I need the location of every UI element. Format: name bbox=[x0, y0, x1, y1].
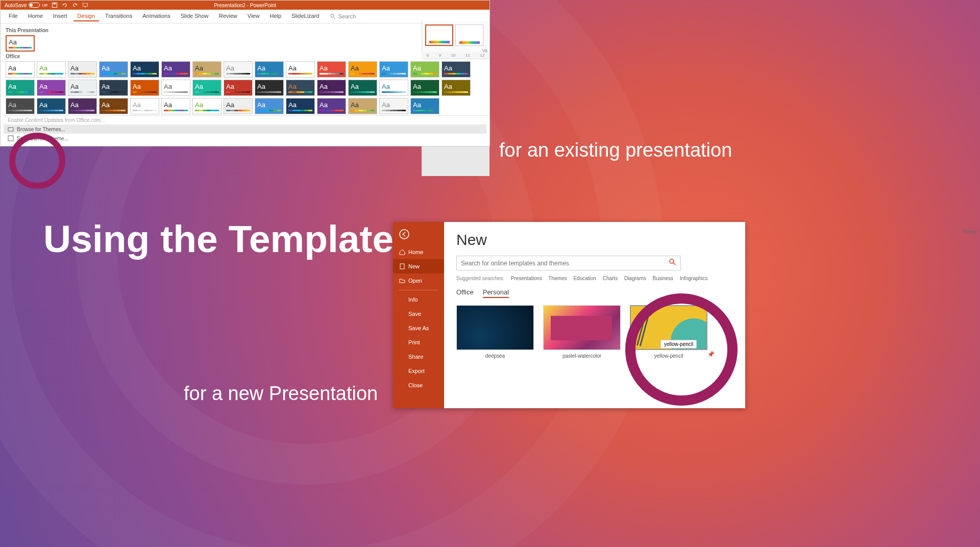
template-search[interactable] bbox=[456, 256, 681, 270]
sidebar-home[interactable]: Home bbox=[393, 245, 444, 259]
suggested-presentations[interactable]: Presentations bbox=[511, 276, 542, 281]
sidebar-save[interactable]: Save bbox=[393, 307, 444, 321]
theme-thumbnail[interactable]: Aa bbox=[255, 61, 284, 78]
theme-thumbnail[interactable]: Aa bbox=[286, 61, 315, 78]
suggested-education[interactable]: Education bbox=[573, 276, 596, 281]
tab-home[interactable]: Home bbox=[24, 11, 47, 21]
theme-thumbnail[interactable]: Aa bbox=[317, 61, 346, 78]
template-deepsea[interactable]: deepsea bbox=[456, 305, 534, 359]
theme-thumbnail[interactable]: Aa bbox=[37, 80, 66, 96]
theme-thumbnail[interactable]: Aa bbox=[442, 80, 471, 96]
theme-thumbnail[interactable]: Aa bbox=[161, 98, 190, 114]
theme-thumbnail[interactable]: Aa bbox=[224, 80, 253, 96]
sidebar-export[interactable]: Export bbox=[393, 364, 444, 378]
tab-slidelizard[interactable]: SlideLizard bbox=[287, 11, 323, 21]
pin-icon[interactable]: 📌 bbox=[707, 351, 715, 358]
sidebar-new[interactable]: New bbox=[393, 259, 444, 274]
theme-thumbnail[interactable]: Aa bbox=[348, 61, 377, 78]
tab-design[interactable]: Design bbox=[74, 11, 99, 21]
theme-thumbnail[interactable]: Aa bbox=[6, 80, 35, 96]
tab-animations[interactable]: Animations bbox=[138, 11, 174, 21]
tab-view[interactable]: View bbox=[243, 11, 264, 21]
theme-thumbnail[interactable]: Aa bbox=[161, 80, 190, 96]
sidebar-saveas[interactable]: Save As bbox=[393, 321, 444, 335]
tab-file[interactable]: File bbox=[5, 11, 22, 21]
theme-thumbnail[interactable]: Aa bbox=[192, 98, 222, 114]
sidebar-close[interactable]: Close bbox=[393, 378, 444, 392]
theme-thumbnail[interactable]: Aa bbox=[130, 98, 159, 114]
template-pastel-watercolor[interactable]: pastel-watercolor bbox=[543, 305, 621, 359]
theme-thumbnail[interactable]: Aa bbox=[286, 98, 315, 114]
gallery-header-this: This Presentation bbox=[4, 27, 486, 34]
redo-icon[interactable] bbox=[72, 2, 78, 8]
theme-thumbnail[interactable]: Aa bbox=[379, 98, 408, 114]
theme-thumbnail[interactable]: Aa bbox=[130, 80, 159, 96]
theme-thumbnail[interactable]: Aa bbox=[130, 61, 159, 78]
suggested-searches: Suggested searches: Presentations Themes… bbox=[456, 276, 733, 281]
search-icon[interactable] bbox=[669, 259, 676, 267]
theme-thumbnail[interactable]: Aa bbox=[410, 61, 439, 78]
tab-insert[interactable]: Insert bbox=[49, 11, 71, 21]
sidebar-info[interactable]: Info bbox=[393, 292, 444, 307]
undo-icon[interactable] bbox=[62, 2, 68, 8]
ribbon-search[interactable]: Search bbox=[330, 11, 356, 21]
browse-for-themes[interactable]: Browse for Themes... bbox=[4, 125, 486, 134]
template-search-input[interactable] bbox=[461, 260, 669, 267]
back-button[interactable] bbox=[393, 226, 444, 245]
tab-slideshow[interactable]: Slide Show bbox=[177, 11, 213, 21]
theme-thumbnail[interactable]: Aa bbox=[410, 80, 439, 96]
autosave-toggle[interactable]: AutoSave Off bbox=[5, 3, 47, 8]
autosave-state: Off bbox=[42, 3, 47, 8]
theme-thumbnail[interactable]: Aa bbox=[286, 80, 315, 96]
save-current-theme[interactable]: Save Current Theme... bbox=[4, 134, 486, 143]
theme-thumbnail[interactable]: Aa bbox=[99, 80, 128, 96]
suggested-infographics[interactable]: Infographics bbox=[680, 276, 707, 281]
template-yellow-pencil[interactable]: yellow-pencil yellow-pencil 📌 bbox=[630, 305, 707, 359]
suggested-business[interactable]: Business bbox=[652, 276, 673, 281]
theme-thumbnail[interactable]: Aa bbox=[6, 35, 35, 52]
theme-thumbnail[interactable]: Aa bbox=[6, 61, 35, 78]
suggested-charts[interactable]: Charts bbox=[603, 276, 618, 281]
sidebar-print[interactable]: Print bbox=[393, 335, 444, 350]
theme-thumbnail[interactable]: Aa bbox=[68, 61, 97, 78]
tab-personal[interactable]: Personal bbox=[483, 288, 509, 298]
variant-2[interactable] bbox=[455, 24, 483, 46]
variant-1[interactable] bbox=[425, 24, 453, 46]
theme-thumbnail[interactable]: Aa bbox=[255, 98, 284, 114]
sidebar-open[interactable]: Open bbox=[393, 274, 444, 288]
theme-thumbnail[interactable]: Aa bbox=[442, 61, 471, 78]
theme-thumbnail[interactable]: Aa bbox=[348, 80, 377, 96]
save-icon[interactable] bbox=[52, 2, 58, 8]
theme-thumbnail[interactable]: Aa bbox=[317, 80, 346, 96]
title-bar: AutoSave Off Presentation2 - PowerPoint bbox=[1, 1, 489, 10]
theme-thumbnail[interactable]: Aa bbox=[6, 98, 35, 114]
tab-review[interactable]: Review bbox=[215, 11, 241, 21]
theme-thumbnail[interactable]: Aa bbox=[37, 98, 66, 114]
new-main-area: New Suggested searches: Presentations Th… bbox=[444, 222, 745, 408]
suggested-themes[interactable]: Themes bbox=[549, 276, 567, 281]
theme-thumbnail[interactable]: Aa bbox=[379, 61, 408, 78]
theme-thumbnail[interactable]: Aa bbox=[348, 98, 377, 114]
slideshow-icon[interactable] bbox=[82, 2, 88, 8]
folder-icon bbox=[8, 126, 14, 132]
theme-thumbnail[interactable]: Aa bbox=[379, 80, 408, 96]
theme-thumbnail[interactable]: Aa bbox=[68, 80, 97, 96]
theme-thumbnail[interactable]: Aa bbox=[410, 98, 439, 114]
tab-office[interactable]: Office bbox=[456, 288, 474, 298]
theme-thumbnail[interactable]: Aa bbox=[99, 98, 128, 114]
theme-thumbnail[interactable]: Aa bbox=[255, 80, 284, 96]
theme-thumbnail[interactable]: Aa bbox=[68, 98, 97, 114]
theme-thumbnail[interactable]: Aa bbox=[317, 98, 346, 114]
suggested-diagrams[interactable]: Diagrams bbox=[624, 276, 646, 281]
theme-thumbnail[interactable]: Aa bbox=[224, 98, 253, 114]
tab-transitions[interactable]: Transitions bbox=[101, 11, 136, 21]
tab-help[interactable]: Help bbox=[265, 11, 285, 21]
sidebar-share[interactable]: Share bbox=[393, 350, 444, 364]
toggle-icon[interactable] bbox=[29, 3, 40, 8]
theme-thumbnail[interactable]: Aa bbox=[192, 80, 222, 96]
theme-thumbnail[interactable]: Aa bbox=[37, 61, 66, 78]
theme-thumbnail[interactable]: Aa bbox=[99, 61, 128, 78]
theme-thumbnail[interactable]: Aa bbox=[161, 61, 190, 78]
theme-thumbnail[interactable]: Aa bbox=[224, 61, 253, 78]
theme-thumbnail[interactable]: Aa bbox=[192, 61, 222, 78]
